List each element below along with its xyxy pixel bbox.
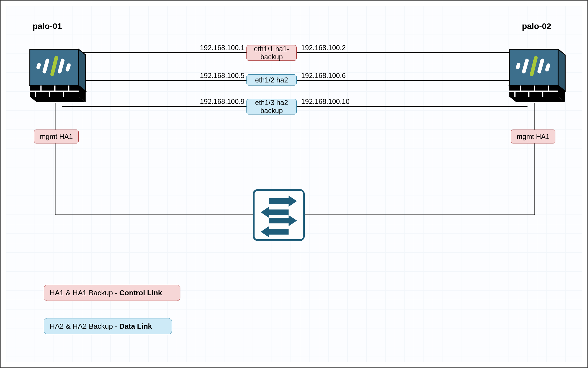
legend-control-prefix: HA1 & HA1 Backup -: [50, 289, 117, 297]
device-right-label: palo-02: [522, 21, 551, 31]
legend-data-bold: Data Link: [119, 322, 152, 331]
firewall-left: [23, 42, 87, 106]
legend-control: HA1 & HA1 Backup - Control Link: [44, 285, 180, 301]
device-left-label: palo-01: [33, 21, 62, 31]
link3-left-ip: 192.168.100.9: [192, 98, 245, 106]
link3-right-ip: 192.168.100.10: [301, 98, 350, 106]
link1-right-ip: 192.168.100.2: [301, 44, 346, 52]
link1-tag: eth1/1 ha1-backup: [246, 45, 297, 61]
mgmt-right-tag: mgmt HA1: [511, 130, 555, 143]
mgmt-left-down: [55, 143, 55, 215]
legend-data: HA2 & HA2 Backup - Data Link: [44, 318, 172, 334]
link2-left-ip: 192.168.100.5: [192, 72, 245, 80]
mgmt-left-h: [55, 215, 253, 215]
mgmt-left-tag: mgmt HA1: [34, 130, 79, 143]
legend-data-prefix: HA2 & HA2 Backup -: [50, 322, 117, 331]
link2-tag: eth1/2 ha2: [246, 74, 297, 86]
mgmt-right-down: [534, 143, 535, 215]
mgmt-right-stub: [534, 103, 535, 130]
switch: [252, 189, 305, 242]
firewall-right: [502, 42, 567, 106]
legend-control-bold: Control Link: [119, 289, 162, 297]
link3-tag: eth1/3 ha2 backup: [246, 99, 297, 114]
mgmt-left-stub: [55, 103, 55, 130]
link2-right-ip: 192.168.100.6: [301, 72, 346, 80]
mgmt-right-h: [304, 215, 535, 215]
diagram-frame: palo-01 palo-02: [0, 0, 588, 368]
link1-left-ip: 192.168.100.1: [192, 44, 245, 52]
